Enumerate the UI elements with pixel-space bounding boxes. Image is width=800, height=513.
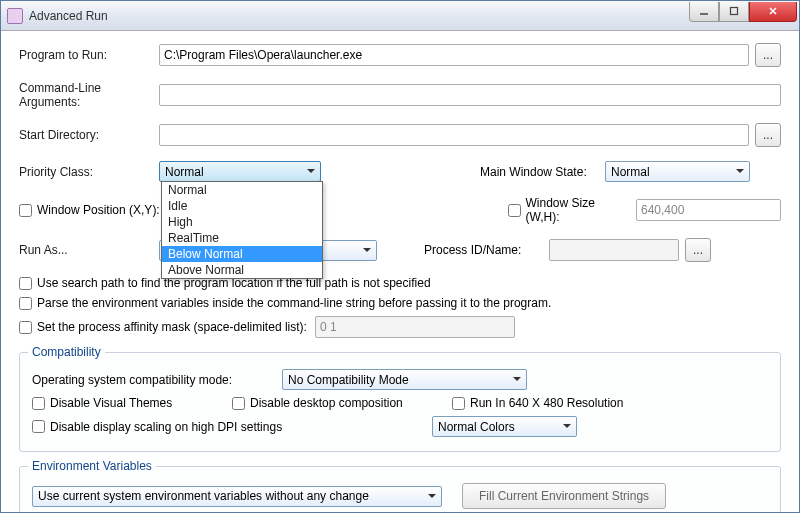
startdir-browse-button[interactable]: ... (755, 123, 781, 147)
disdesk-label: Disable desktop composition (250, 396, 403, 410)
disdpi-checkbox[interactable] (32, 420, 45, 433)
priority-option[interactable]: Above Normal (162, 262, 322, 278)
disdpi-label: Disable display scaling on high DPI sett… (50, 420, 282, 434)
minimize-button[interactable] (689, 2, 719, 22)
winsize-check[interactable]: Window Size (W,H): (508, 196, 617, 224)
parseenv-check[interactable]: Parse the environment variables inside t… (19, 296, 551, 310)
env-legend: Environment Variables (28, 459, 156, 473)
winsize-checkbox[interactable] (508, 204, 521, 217)
colors-selected: Normal Colors (438, 420, 515, 434)
disdesk-checkbox[interactable] (232, 397, 245, 410)
winsize-label: Window Size (W,H): (526, 196, 617, 224)
svg-rect-1 (731, 8, 738, 15)
priority-option[interactable]: Normal (162, 182, 322, 198)
priority-option[interactable]: High (162, 214, 322, 230)
searchpath-checkbox[interactable] (19, 277, 32, 290)
winpos-label: Window Position (X,Y): (37, 203, 160, 217)
affinity-check[interactable]: Set the process affinity mask (space-del… (19, 320, 307, 334)
winsize-input[interactable] (636, 199, 781, 221)
affinity-label: Set the process affinity mask (space-del… (37, 320, 307, 334)
runas-label: Run As... (19, 243, 159, 257)
program-label: Program to Run: (19, 48, 159, 62)
oscompat-selected: No Compatibility Mode (288, 373, 409, 387)
pidname-label: Process ID/Name: (424, 243, 549, 257)
args-input[interactable] (159, 84, 781, 106)
disvisual-check[interactable]: Disable Visual Themes (32, 396, 212, 410)
program-input[interactable] (159, 44, 749, 66)
priority-option[interactable]: Idle (162, 198, 322, 214)
parseenv-label: Parse the environment variables inside t… (37, 296, 551, 310)
affinity-checkbox[interactable] (19, 321, 32, 334)
compat-legend: Compatibility (28, 345, 105, 359)
app-icon (7, 8, 23, 24)
disvisual-checkbox[interactable] (32, 397, 45, 410)
args-label: Command-Line Arguments: (19, 81, 159, 109)
close-button[interactable] (749, 2, 797, 22)
mainwin-label: Main Window State: (480, 165, 605, 179)
window-title: Advanced Run (29, 9, 689, 23)
priority-option[interactable]: RealTime (162, 230, 322, 246)
window: Advanced Run Program to Run: ... Command… (0, 0, 800, 513)
run640-label: Run In 640 X 480 Resolution (470, 396, 623, 410)
maximize-button[interactable] (719, 2, 749, 22)
priority-selected: Normal (165, 165, 204, 179)
window-buttons (689, 2, 797, 22)
colors-select[interactable]: Normal Colors (432, 416, 577, 437)
priority-option[interactable]: Below Normal (162, 246, 322, 262)
startdir-input[interactable] (159, 124, 749, 146)
winpos-checkbox[interactable] (19, 204, 32, 217)
disvisual-label: Disable Visual Themes (50, 396, 172, 410)
mainwin-selected: Normal (611, 165, 650, 179)
priority-select[interactable]: Normal (159, 161, 321, 182)
priority-label: Priority Class: (19, 165, 159, 179)
pidname-input[interactable] (549, 239, 679, 261)
pidname-browse-button[interactable]: ... (685, 238, 711, 262)
affinity-input[interactable] (315, 316, 515, 338)
compat-group: Compatibility Operating system compatibi… (19, 352, 781, 452)
mainwin-select[interactable]: Normal (605, 161, 750, 182)
oscompat-select[interactable]: No Compatibility Mode (282, 369, 527, 390)
priority-dropdown[interactable]: NormalIdleHighRealTimeBelow NormalAbove … (161, 181, 323, 279)
program-browse-button[interactable]: ... (755, 43, 781, 67)
titlebar: Advanced Run (1, 1, 799, 31)
envmode-select[interactable]: Use current system environment variables… (32, 486, 442, 507)
disdesk-check[interactable]: Disable desktop composition (232, 396, 432, 410)
parseenv-checkbox[interactable] (19, 297, 32, 310)
startdir-label: Start Directory: (19, 128, 159, 142)
client-area: Program to Run: ... Command-Line Argumen… (1, 31, 799, 513)
winpos-check[interactable]: Window Position (X,Y): (19, 203, 160, 217)
disdpi-check[interactable]: Disable display scaling on high DPI sett… (32, 420, 412, 434)
oscompat-label: Operating system compatibility mode: (32, 373, 282, 387)
run640-check[interactable]: Run In 640 X 480 Resolution (452, 396, 623, 410)
envmode-selected: Use current system environment variables… (38, 489, 369, 503)
run640-checkbox[interactable] (452, 397, 465, 410)
fillenv-button[interactable]: Fill Current Environment Strings (462, 483, 666, 509)
env-group: Environment Variables Use current system… (19, 466, 781, 513)
